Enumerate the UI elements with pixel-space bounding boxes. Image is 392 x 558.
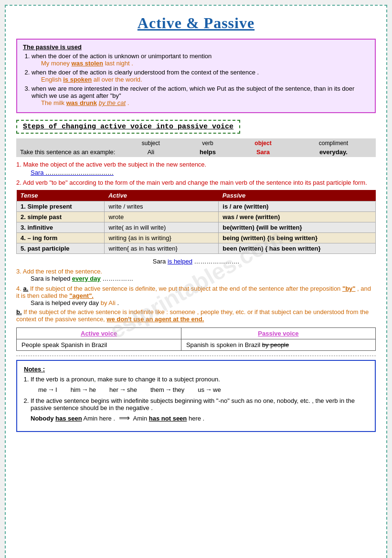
tense-table: Tense Active Passive 1. Simple present w… xyxy=(16,190,376,254)
pronoun-row: me → I him → he her → she them → they us… xyxy=(38,386,368,393)
tense-5: 5. past participle xyxy=(17,243,105,254)
object-value: Sara xyxy=(235,147,291,157)
example-table: subject verb object compliment Take this… xyxy=(16,138,376,157)
pronoun-me-I: me → I xyxy=(38,386,57,393)
verb-value: helps xyxy=(180,147,235,157)
passive-2: was / were (written) xyxy=(219,212,376,222)
tense-row-1: 1. Simple present write / writes is / ar… xyxy=(17,201,376,212)
voice-header-row: Active voice Passive voice xyxy=(17,328,376,339)
active-2: wrote xyxy=(105,212,219,222)
passive-3: be(written) {will be written} xyxy=(219,222,376,233)
passive-example-1: My money was stolen last night . xyxy=(41,60,369,67)
label-row: subject verb object compliment xyxy=(16,138,376,147)
passive-col-header: Passive xyxy=(219,190,376,201)
tense-row-5: 5. past participle written{ as in has wr… xyxy=(17,243,376,254)
passive-sentence: Spanish is spoken in Brazil by people xyxy=(181,339,375,351)
step4b-section: b. If the subject of the active sentence… xyxy=(16,308,376,323)
passive-point-3: when we are more interested in the reciv… xyxy=(32,85,369,106)
pronoun-her-she: her → she xyxy=(109,386,137,393)
tense-row-2: 2. simple past wrote was / were (written… xyxy=(17,212,376,222)
verb-label: verb xyxy=(180,138,235,147)
active-4: writing {as in is writing} xyxy=(105,233,219,243)
note-1: If the verb is a pronoun, make sure to c… xyxy=(31,376,368,393)
tense-1: 1. Simple present xyxy=(17,201,105,212)
passive-1: is / are (written) xyxy=(219,201,376,212)
passive-example-3: The milk was drunk by the cat . xyxy=(41,99,369,106)
passive-point-1: when the doer of the action is unknown o… xyxy=(32,53,369,67)
value-row: Take this sentence as an example: Ali he… xyxy=(16,147,376,157)
passive-used-section: The passive is used when the doer of the… xyxy=(16,39,376,113)
steps-heading: Steps of changing active voice into pass… xyxy=(16,120,240,134)
notes-list: If the verb is a pronoun, make sure to c… xyxy=(31,376,368,422)
step1-sara: Sara …………………………… xyxy=(31,169,376,176)
separator xyxy=(16,356,376,356)
note-2: If the active sentence begins with indef… xyxy=(31,397,368,422)
compliment-value: everyday. xyxy=(291,147,376,157)
notes-title: Notes : xyxy=(24,366,368,373)
voice-comparison-table: Active voice Passive voice People speak … xyxy=(16,327,376,351)
passive-voice-header: Passive voice xyxy=(181,328,375,339)
passive-example-2: English is spoken all over the world. xyxy=(41,76,369,83)
active-3: write( as in will write) xyxy=(105,222,219,233)
active-5: written{ as in has written} xyxy=(105,243,219,254)
compliment-label: compliment xyxy=(291,138,376,147)
tense-col-header: Tense xyxy=(17,190,105,201)
page: eslprintables.com Active & Passive The p… xyxy=(5,5,387,558)
voice-comparison-row: People speak Spanish in Brazil Spanish i… xyxy=(17,339,376,351)
subject-label: subject xyxy=(121,138,180,147)
step3-section: 3. Add the rest of the sentence. Sara is… xyxy=(16,268,376,282)
pronoun-him-he: him → he xyxy=(71,386,96,393)
step2-text: 2. Add verb "to be" according to the for… xyxy=(16,179,376,186)
active-voice-header: Active voice xyxy=(17,328,181,339)
active-sentence: People speak Spanish in Brazil xyxy=(17,339,181,351)
sara-helped-line: Sara is helped …………………. xyxy=(16,258,376,265)
nobody-example: Nobody has seen Amin here . ⟹ Amin has n… xyxy=(31,413,368,422)
passive-point-2: when the doer of the action is clearly u… xyxy=(32,69,369,83)
tense-4: 4. – ing form xyxy=(17,233,105,243)
passive-4: being (written) {is being written} xyxy=(219,233,376,243)
step4-section: 4. a. If the subject of the active sente… xyxy=(16,285,376,306)
passive-used-list: when the doer of the action is unknown o… xyxy=(32,53,369,106)
tense-2: 2. simple past xyxy=(17,212,105,222)
subject-value: Ali xyxy=(121,147,180,157)
active-1: write / writes xyxy=(105,201,219,212)
page-title: Active & Passive xyxy=(16,14,376,32)
tense-row-4: 4. – ing form writing {as in is writing}… xyxy=(17,233,376,243)
tense-3: 3. infinitive xyxy=(17,222,105,233)
active-col-header: Active xyxy=(105,190,219,201)
notes-section: Notes : If the verb is a pronoun, make s… xyxy=(16,360,376,432)
pronoun-them-they: them → they xyxy=(150,386,184,393)
take-sentence-label: Take this sentence as an example: xyxy=(16,147,121,157)
passive-used-title: The passive is used xyxy=(23,43,369,51)
pronoun-us-we: us → we xyxy=(198,386,221,393)
step1-text: 1. Make the object of the active verb th… xyxy=(16,161,376,168)
passive-5: been (written) { has been written} xyxy=(219,243,376,254)
object-label: object xyxy=(235,138,291,147)
tense-header-row: Tense Active Passive xyxy=(17,190,376,201)
tense-row-3: 3. infinitive write( as in will write) b… xyxy=(17,222,376,233)
